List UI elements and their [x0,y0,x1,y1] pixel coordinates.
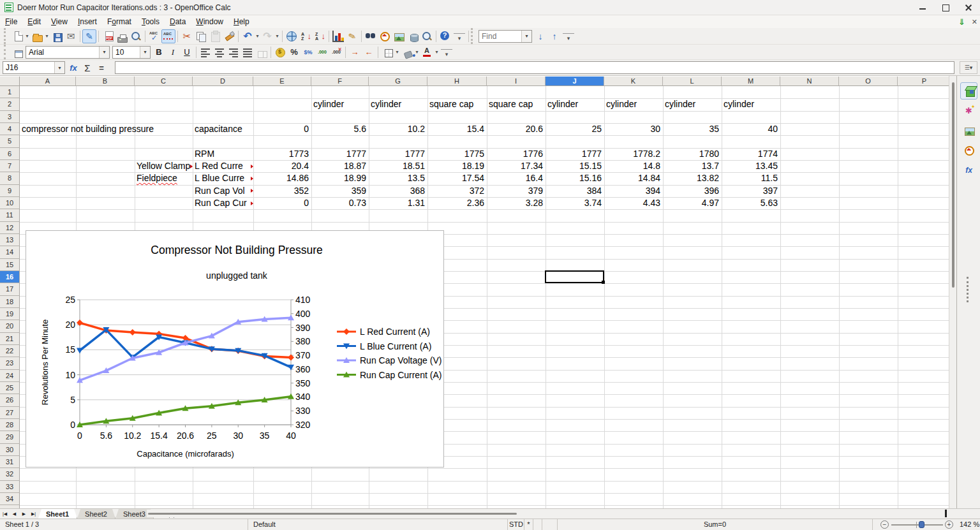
row-header-9[interactable]: 9 [0,185,20,197]
function-button[interactable]: = [94,61,108,74]
column-header-A[interactable]: A [20,77,76,86]
row-header-28[interactable]: 28 [0,419,20,431]
column-header-O[interactable]: O [839,77,898,86]
cell-L10[interactable]: 4.97 [663,197,722,209]
row-header-5[interactable]: 5 [0,135,20,147]
button-button[interactable] [380,45,394,59]
cell-M10[interactable]: 5.63 [722,197,780,209]
open-dropdown-icon[interactable]: ▾ [44,29,50,43]
close-button[interactable] [957,0,980,15]
paste-button[interactable] [208,29,222,43]
formula-input[interactable] [115,61,954,74]
draw-functions-button[interactable] [345,29,359,43]
toolbar-options-button[interactable] [561,29,575,43]
menu-insert[interactable]: Insert [73,16,102,27]
row-header-20[interactable]: 20 [0,320,20,332]
button-button[interactable] [226,45,241,59]
cell-E6[interactable]: 1773 [253,148,311,160]
column-header-J[interactable]: J [546,77,604,86]
cell-F9[interactable]: 359 [311,185,369,197]
cell-I7[interactable]: 17.34 [487,160,546,172]
cell-K8[interactable]: 14.84 [604,172,663,184]
gallery-button[interactable] [392,29,406,43]
column-header-L[interactable]: L [663,77,722,86]
cell-H7[interactable]: 18.19 [427,160,487,172]
cell-J10[interactable]: 3.74 [546,197,604,209]
row-header-25[interactable]: 25 [0,382,20,394]
font-name-select[interactable]: Arial▾ [26,46,110,59]
zoom-out-icon[interactable]: − [880,520,889,529]
sum-display[interactable]: Sum=0 [558,519,873,530]
toolbar-handle[interactable] [4,45,8,59]
row-header-22[interactable]: 22 [0,345,20,357]
cell-K2[interactable]: cylinder [604,98,663,110]
find-previous-button[interactable] [547,29,561,43]
expand-formula-bar-button[interactable]: ☰▾ [960,61,977,74]
row-header-2[interactable]: 2 [0,98,20,110]
clone-formatting-button[interactable] [222,29,236,43]
sort-descending-button[interactable] [313,29,327,43]
update-available-icon[interactable]: ⇓ [958,17,965,27]
cell-H10[interactable]: 2.36 [427,197,487,209]
cell-G8[interactable]: 13.5 [369,172,427,184]
cell-G6[interactable]: 1777 [369,148,427,160]
cell-K10[interactable]: 4.43 [604,197,663,209]
column-header-M[interactable]: M [722,77,780,86]
row-header-18[interactable]: 18 [0,296,20,308]
cell-D7[interactable]: L Red Curre [193,160,253,172]
bold-button[interactable]: B [152,45,166,59]
cell-F7[interactable]: 18.87 [311,160,369,172]
button-button[interactable] [198,45,212,59]
cell-A4[interactable]: compressor not building pressure [20,123,154,135]
italic-button[interactable]: I [166,45,180,59]
button-button[interactable] [348,45,362,59]
row-header-24[interactable]: 24 [0,370,20,382]
embedded-chart[interactable]: Compressor Not Building Pressureunplugge… [26,230,444,467]
cell-K9[interactable]: 394 [604,185,663,197]
row-header-34[interactable]: 34 [0,493,20,505]
selection-mode[interactable]: STD [508,519,524,530]
vertical-scrollbar-thumb[interactable] [952,82,954,288]
cell-F4[interactable]: 5.6 [311,123,369,135]
zoom-button[interactable] [420,29,434,43]
cell-M9[interactable]: 397 [722,185,780,197]
vertical-scrollbar[interactable] [949,76,956,508]
tab-nav-previous-icon[interactable]: ◀ [10,509,19,519]
new-document-dropdown-icon[interactable]: ▾ [24,29,30,43]
cell-E10[interactable]: 0 [253,197,311,209]
row-header-12[interactable]: 12 [0,222,20,234]
cell-H8[interactable]: 17.54 [427,172,487,184]
zoom-in-icon[interactable]: + [945,520,953,529]
menu-window[interactable]: Window [191,16,228,27]
cell-H4[interactable]: 15.4 [427,123,487,135]
spreadsheet-grid[interactable]: ABCDEFGHIJKLMNOP123456789101112131415161… [0,76,949,508]
cell-H6[interactable]: 1775 [427,148,487,160]
selected-cell-J16[interactable] [545,270,604,283]
column-header-N[interactable]: N [780,77,839,86]
row-header-4[interactable]: 4 [0,123,20,135]
button-button[interactable] [362,45,376,59]
redo-dropdown-icon[interactable]: ▾ [274,29,280,43]
cell-M7[interactable]: 13.45 [722,160,780,172]
button-button[interactable] [420,45,434,59]
tab-nav-first-icon[interactable]: |◀ [0,509,10,519]
button-button[interactable] [212,45,226,59]
cell-D4[interactable]: capacitance [193,123,253,135]
page-style[interactable]: Default [248,519,508,530]
cell-L7[interactable]: 13.7 [663,160,722,172]
button-button[interactable] [315,45,329,59]
row-header-29[interactable]: 29 [0,431,20,443]
cell-D9[interactable]: Run Cap Vol [193,185,253,197]
font-size-select[interactable]: 10▾ [112,46,151,59]
cell-C7[interactable]: Yellow Clamp [135,160,193,172]
auto-spellcheck-button[interactable] [161,29,175,43]
sidebar-tab-styles[interactable] [960,102,977,119]
menu-file[interactable]: File [0,16,22,27]
sort-ascending-button[interactable] [299,29,313,43]
cell-I10[interactable]: 3.28 [487,197,546,209]
find-input[interactable] [479,32,521,41]
row-header-30[interactable]: 30 [0,444,20,456]
row-header-15[interactable]: 15 [0,259,20,271]
column-header-C[interactable]: C [135,77,193,86]
navigator-button[interactable] [378,29,392,43]
